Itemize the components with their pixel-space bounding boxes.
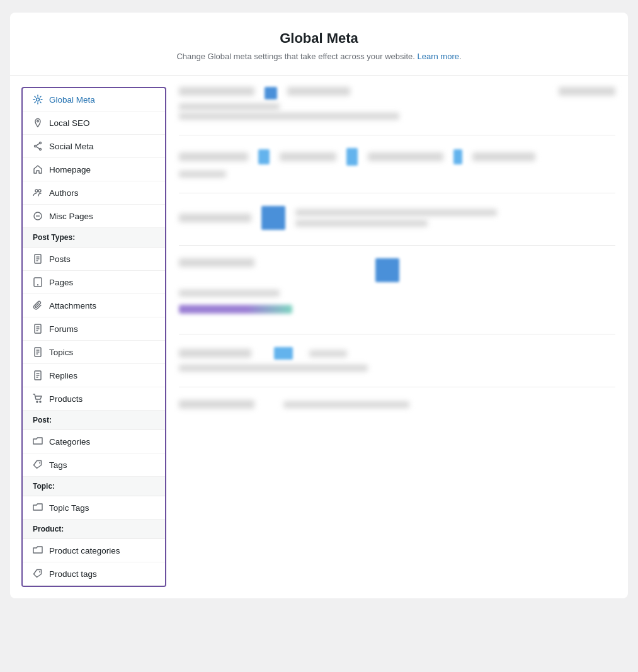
post-header: Post: — [23, 411, 165, 430]
sidebar-item-pages[interactable]: Pages — [23, 271, 165, 294]
gear-icon — [33, 94, 43, 105]
sidebar-item-product-categories[interactable]: Product categories — [23, 539, 165, 562]
home-icon — [33, 164, 43, 174]
topics-icon — [33, 347, 43, 357]
svg-point-4 — [40, 149, 42, 151]
location-icon — [33, 118, 43, 128]
cart-icon — [33, 394, 43, 404]
sidebar-item-local-seo[interactable]: Local SEO — [23, 111, 165, 135]
sidebar-item-topics[interactable]: Topics — [23, 341, 165, 364]
sidebar-item-global-meta[interactable]: Global Meta — [23, 88, 165, 111]
divider-4 — [179, 334, 615, 334]
tablet-icon — [33, 277, 43, 287]
page-title: Global Meta — [35, 30, 603, 47]
sidebar-item-authors[interactable]: Authors — [23, 181, 165, 205]
sidebar-label-categories: Categories — [49, 437, 90, 447]
sidebar-item-homepage[interactable]: Homepage — [23, 158, 165, 181]
divider-1 — [179, 135, 615, 135]
replies-icon — [33, 370, 43, 380]
product-folder-icon — [33, 545, 43, 555]
svg-line-6 — [37, 147, 40, 149]
divider-5 — [179, 387, 615, 387]
post-types-header: Post Types: — [23, 228, 165, 248]
svg-point-0 — [37, 98, 40, 101]
forums-icon — [33, 324, 43, 334]
sidebar-label-topics: Topics — [49, 348, 73, 357]
content-row-3 — [179, 206, 615, 230]
sidebar-label-misc-pages: Misc Pages — [49, 212, 93, 221]
header-section: Global Meta Change Global meta settings … — [10, 13, 628, 76]
circle-minus-icon — [33, 211, 43, 221]
sidebar-label-pages: Pages — [49, 278, 73, 287]
sidebar-item-tags[interactable]: Tags — [23, 453, 165, 477]
content-row-2 — [179, 148, 615, 178]
content-area: Global Meta Local SEO — [10, 76, 628, 598]
sidebar-label-social-meta: Social Meta — [49, 142, 94, 151]
sidebar-item-posts[interactable]: Posts — [23, 248, 165, 271]
sidebar-item-forums[interactable]: Forums — [23, 317, 165, 341]
sidebar-label-products: Products — [49, 394, 83, 404]
svg-line-5 — [37, 144, 40, 145]
content-row-6 — [179, 400, 615, 409]
product-tag-icon — [33, 569, 43, 579]
sidebar-label-replies: Replies — [49, 371, 77, 380]
svg-point-1 — [37, 120, 39, 122]
product-header: Product: — [23, 520, 165, 539]
sidebar-label-tags: Tags — [49, 460, 67, 470]
content-row-5 — [179, 347, 615, 372]
sidebar-label-attachments: Attachments — [49, 301, 96, 310]
people-icon — [33, 188, 43, 198]
sidebar-label-topic-tags: Topic Tags — [49, 503, 89, 513]
sidebar-label-posts: Posts — [49, 254, 71, 264]
sidebar-item-misc-pages[interactable]: Misc Pages — [23, 205, 165, 228]
svg-point-31 — [39, 462, 40, 464]
main-content — [166, 76, 628, 435]
sidebar-label-product-categories: Product categories — [49, 546, 120, 555]
topic-header: Topic: — [23, 477, 165, 496]
sidebar-item-replies[interactable]: Replies — [23, 364, 165, 387]
page-description: Change Global meta settings that take ef… — [35, 52, 603, 61]
sidebar-item-social-meta[interactable]: Social Meta — [23, 135, 165, 158]
share-icon — [33, 141, 43, 151]
document-icon — [33, 254, 43, 264]
sidebar-label-authors: Authors — [49, 188, 79, 198]
svg-point-7 — [35, 190, 38, 192]
folder-icon — [33, 436, 43, 447]
svg-point-30 — [40, 401, 41, 402]
content-row-1 — [179, 87, 615, 120]
svg-point-8 — [38, 190, 41, 192]
sidebar-label-product-tags: Product tags — [49, 569, 97, 579]
page-wrapper: Global Meta Change Global meta settings … — [0, 0, 638, 672]
sidebar-label-local-seo: Local SEO — [49, 118, 90, 128]
sidebar-label-forums: Forums — [49, 324, 78, 334]
paperclip-icon — [33, 300, 43, 310]
sidebar-label-global-meta: Global Meta — [49, 95, 95, 105]
topic-folder-icon — [33, 503, 43, 513]
content-row-4 — [179, 258, 615, 319]
svg-point-3 — [35, 145, 37, 147]
sidebar-item-topic-tags[interactable]: Topic Tags — [23, 496, 165, 520]
sidebar-item-product-tags[interactable]: Product tags — [23, 562, 165, 586]
tag-icon — [33, 460, 43, 470]
svg-point-29 — [37, 401, 38, 402]
sidebar-item-categories[interactable]: Categories — [23, 430, 165, 453]
divider-2 — [179, 193, 615, 193]
divider-3 — [179, 245, 615, 246]
sidebar: Global Meta Local SEO — [21, 87, 166, 587]
main-card: Global Meta Change Global meta settings … — [10, 13, 628, 598]
sidebar-item-attachments[interactable]: Attachments — [23, 294, 165, 317]
learn-more-link[interactable]: Learn more — [417, 52, 459, 61]
sidebar-label-homepage: Homepage — [49, 165, 91, 174]
svg-point-2 — [40, 142, 42, 144]
sidebar-item-products[interactable]: Products — [23, 387, 165, 411]
svg-point-32 — [39, 571, 40, 572]
